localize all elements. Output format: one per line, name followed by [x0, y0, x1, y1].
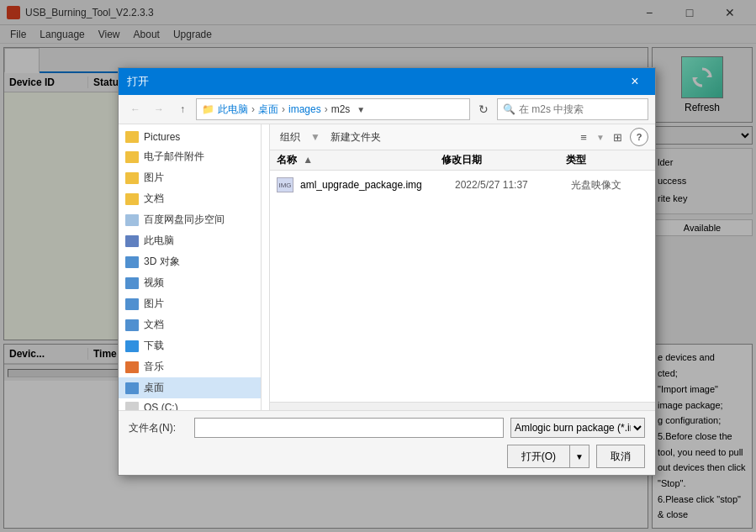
dialog-title: 打开: [127, 74, 623, 89]
dialog-sidebar-container: Pictures 电子邮件附件 图片 文档: [119, 124, 270, 410]
sidebar-label-videos: 视频: [144, 276, 164, 290]
pc-icon: [125, 235, 139, 247]
dialog-title-bar: 打开 ×: [119, 68, 655, 95]
dialog-close-button[interactable]: ×: [623, 70, 647, 93]
file-scrollbar[interactable]: [270, 402, 655, 410]
view-list-button[interactable]: ≡: [574, 128, 593, 146]
view-dropdown-arrow: ▼: [596, 133, 605, 142]
file-icon-0: IMG: [277, 177, 293, 192]
dialog-file-area: 组织 ▼ 新建文件夹 ≡ ▼ ⊞ ? 名称 ▲: [270, 124, 655, 410]
sidebar-item-images[interactable]: 图片: [119, 167, 261, 188]
sidebar-item-pictures2[interactable]: 图片: [119, 293, 261, 314]
dialog-overlay: 打开 × ← → ↑ 📁 此电脑 › 桌面 › images › m2s ▼ ↻…: [0, 0, 756, 532]
folder-blue-icon-4: [125, 319, 139, 331]
sidebar-item-music[interactable]: 音乐: [119, 356, 261, 377]
sidebar-label-downloads: 下载: [144, 339, 164, 353]
sidebar-label-email: 电子邮件附件: [144, 150, 204, 164]
sidebar-label-this-pc: 此电脑: [144, 234, 174, 248]
filename-label: 文件名(N):: [129, 421, 188, 435]
search-box: 🔍: [497, 98, 648, 120]
sidebar-item-docs2[interactable]: 文档: [119, 314, 261, 335]
folder-yellow-icon-2: [125, 151, 139, 163]
file-name-0: aml_upgrade_package.img: [300, 179, 455, 191]
col-type-header[interactable]: 类型: [566, 153, 648, 167]
sidebar-label-os: OS (C:): [144, 402, 178, 410]
file-list-body: IMG aml_upgrade_package.img 2022/5/27 11…: [270, 171, 655, 402]
breadcrumb-refresh-button[interactable]: ↻: [473, 99, 494, 119]
dialog-toolbar: ← → ↑ 📁 此电脑 › 桌面 › images › m2s ▼ ↻ 🔍: [119, 95, 655, 124]
sidebar-label-docs2: 文档: [144, 318, 164, 332]
search-input[interactable]: [519, 103, 620, 115]
file-date-0: 2022/5/27 11:37: [455, 179, 571, 191]
file-type-0: 光盘映像文: [571, 178, 648, 192]
sidebar-item-pictures[interactable]: Pictures: [119, 128, 261, 146]
dialog-body: Pictures 电子邮件附件 图片 文档: [119, 124, 655, 410]
breadcrumb-folder-icon: 📁: [202, 103, 214, 115]
file-row-0[interactable]: IMG aml_upgrade_package.img 2022/5/27 11…: [270, 174, 655, 196]
breadcrumb-desktop[interactable]: 桌面: [258, 103, 278, 117]
folder-yellow-icon: [125, 131, 139, 143]
nav-forward-button[interactable]: →: [149, 99, 169, 119]
dialog-bottom: 文件名(N): Amlogic burn package (*.img 打开(O…: [119, 410, 655, 475]
open-button-dropdown-arrow[interactable]: ▼: [570, 445, 589, 467]
folder-blue-icon-2: [125, 277, 139, 289]
new-folder-button[interactable]: 新建文件夹: [327, 129, 384, 146]
file-toolbar: 组织 ▼ 新建文件夹 ≡ ▼ ⊞ ?: [270, 124, 655, 150]
sidebar-item-os-c[interactable]: OS (C:): [119, 398, 261, 410]
breadcrumb-pc[interactable]: 此电脑: [218, 103, 248, 117]
sidebar-label-baidu: 百度网盘同步空间: [144, 213, 225, 227]
col-date-header[interactable]: 修改日期: [441, 153, 565, 167]
folder-blue-icon-3: [125, 298, 139, 310]
folder-yellow-icon-4: [125, 193, 139, 205]
cloud-icon: [125, 214, 139, 226]
drive-icon: [125, 402, 139, 410]
sidebar-item-downloads[interactable]: 下载: [119, 335, 261, 356]
sidebar-label-music: 音乐: [144, 360, 164, 374]
help-button[interactable]: ?: [630, 128, 648, 146]
organize-button[interactable]: 组织: [277, 129, 304, 146]
sidebar-item-email-attachments[interactable]: 电子邮件附件: [119, 146, 261, 167]
search-icon: 🔍: [503, 103, 515, 115]
sort-arrow: ▲: [303, 154, 313, 166]
folder-blue-icon-1: [125, 256, 139, 268]
sidebar-label-pictures2: 图片: [144, 297, 164, 311]
breadcrumb-current: m2s: [331, 103, 351, 115]
sidebar-item-this-pc[interactable]: 此电脑: [119, 230, 261, 251]
open-file-dialog: 打开 × ← → ↑ 📁 此电脑 › 桌面 › images › m2s ▼ ↻…: [118, 67, 656, 476]
view-grid-button[interactable]: ⊞: [608, 128, 626, 146]
sidebar-item-3d[interactable]: 3D 对象: [119, 251, 261, 272]
folder-yellow-icon-3: [125, 172, 139, 184]
nav-back-button[interactable]: ←: [125, 99, 145, 119]
nav-up-button[interactable]: ↑: [172, 99, 193, 119]
toolbar-separator: ▼: [310, 131, 320, 143]
sidebar-item-baidu[interactable]: 百度网盘同步空间: [119, 209, 261, 230]
cancel-button[interactable]: 取消: [596, 445, 645, 468]
desktop-folder-icon: [125, 382, 139, 394]
sidebar-label-images: 图片: [144, 171, 164, 185]
sidebar-label-3d: 3D 对象: [144, 255, 180, 269]
filename-row: 文件名(N): Amlogic burn package (*.img: [129, 418, 645, 438]
col-name-header[interactable]: 名称 ▲: [277, 153, 441, 167]
music-icon: [125, 361, 139, 373]
sidebar-label-docs: 文档: [144, 192, 164, 206]
dialog-buttons: 打开(O) ▼ 取消: [129, 445, 645, 468]
sidebar-item-documents[interactable]: 文档: [119, 188, 261, 209]
breadcrumb-bar: 📁 此电脑 › 桌面 › images › m2s ▼: [196, 98, 470, 120]
filetype-select[interactable]: Amlogic burn package (*.img: [510, 418, 645, 438]
dialog-sidebar: Pictures 电子邮件附件 图片 文档: [119, 124, 262, 410]
breadcrumb-images[interactable]: images: [288, 103, 321, 115]
view-icons: ≡ ▼ ⊞ ?: [574, 128, 648, 146]
file-list-header: 名称 ▲ 修改日期 类型: [270, 150, 655, 171]
sidebar-label-pictures: Pictures: [144, 131, 180, 143]
sidebar-item-desktop[interactable]: 桌面: [119, 377, 261, 398]
open-button-label: 打开(O): [508, 445, 570, 467]
breadcrumb-dropdown-button[interactable]: ▼: [353, 105, 368, 114]
sidebar-item-videos[interactable]: 视频: [119, 272, 261, 293]
download-icon: [125, 340, 139, 352]
filename-input[interactable]: [194, 418, 504, 438]
open-button[interactable]: 打开(O) ▼: [507, 445, 589, 468]
sidebar-label-desktop: 桌面: [144, 381, 164, 395]
